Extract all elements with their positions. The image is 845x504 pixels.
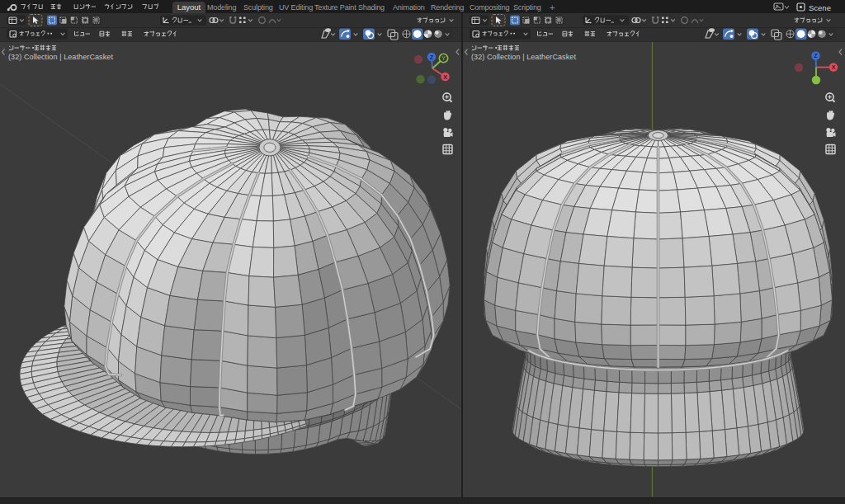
- svg-text:Z: Z: [430, 54, 434, 61]
- svg-text:X: X: [831, 64, 835, 71]
- svg-text:Z: Z: [814, 52, 818, 59]
- svg-text:Y: Y: [441, 54, 446, 62]
- svg-text:X: X: [443, 73, 447, 81]
